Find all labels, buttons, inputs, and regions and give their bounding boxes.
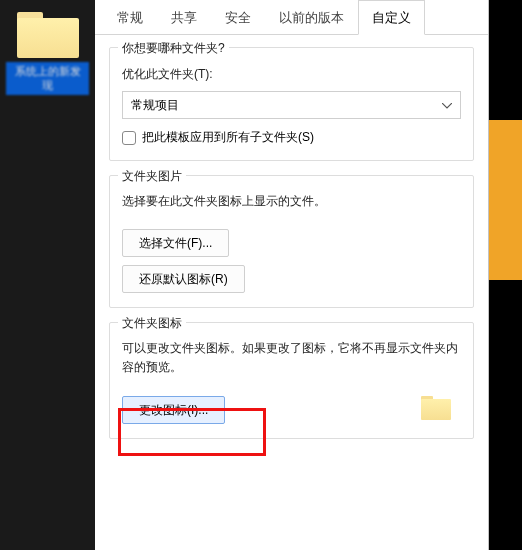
apply-subfolders-checkbox[interactable] [122,131,136,145]
choose-file-button[interactable]: 选择文件(F)... [122,229,229,257]
folder-picture-desc: 选择要在此文件夹图标上显示的文件。 [122,192,461,211]
group-folder-type-title: 你想要哪种文件夹? [118,40,229,57]
tab-previous-versions[interactable]: 以前的版本 [265,0,358,34]
chevron-down-icon [442,98,452,112]
tab-bar: 常规 共享 安全 以前的版本 自定义 [95,0,488,35]
desktop-folder-icon[interactable] [17,12,79,58]
tab-customize[interactable]: 自定义 [358,0,425,35]
background-strip [489,0,522,550]
properties-window: 常规 共享 安全 以前的版本 自定义 你想要哪种文件夹? 优化此文件夹(T): … [95,0,489,550]
folder-icon-preview [421,396,451,420]
customize-panel: 你想要哪种文件夹? 优化此文件夹(T): 常规项目 把此模板应用到所有子文件夹(… [95,35,488,465]
group-folder-picture: 文件夹图片 选择要在此文件夹图标上显示的文件。 选择文件(F)... 还原默认图… [109,175,474,308]
apply-subfolders-row[interactable]: 把此模板应用到所有子文件夹(S) [122,129,461,146]
change-icon-button[interactable]: 更改图标(I)... [122,396,225,424]
desktop-area: 系统上的新发现 [0,0,95,550]
background-accent [489,120,522,280]
tab-security[interactable]: 安全 [211,0,265,34]
restore-default-button[interactable]: 还原默认图标(R) [122,265,245,293]
optimize-label: 优化此文件夹(T): [122,66,461,83]
group-folder-picture-title: 文件夹图片 [118,168,186,185]
desktop-folder-label: 系统上的新发现 [6,62,89,95]
group-folder-icon-title: 文件夹图标 [118,315,186,332]
apply-subfolders-label: 把此模板应用到所有子文件夹(S) [142,129,314,146]
group-folder-icon: 文件夹图标 可以更改文件夹图标。如果更改了图标，它将不再显示文件夹内容的预览。 … [109,322,474,438]
tab-general[interactable]: 常规 [103,0,157,34]
group-folder-type: 你想要哪种文件夹? 优化此文件夹(T): 常规项目 把此模板应用到所有子文件夹(… [109,47,474,161]
optimize-select[interactable]: 常规项目 [122,91,461,119]
optimize-select-value: 常规项目 [131,97,179,114]
folder-icon-desc: 可以更改文件夹图标。如果更改了图标，它将不再显示文件夹内容的预览。 [122,339,461,377]
tab-share[interactable]: 共享 [157,0,211,34]
